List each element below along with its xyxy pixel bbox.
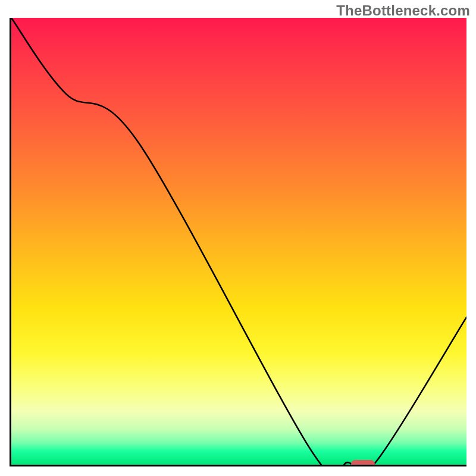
- bottleneck-curve: [11, 18, 466, 465]
- watermark-text: TheBottleneck.com: [336, 2, 470, 19]
- plot-area: [10, 18, 466, 466]
- chart-frame: TheBottleneck.com: [0, 0, 476, 476]
- optimal-marker: [351, 460, 375, 466]
